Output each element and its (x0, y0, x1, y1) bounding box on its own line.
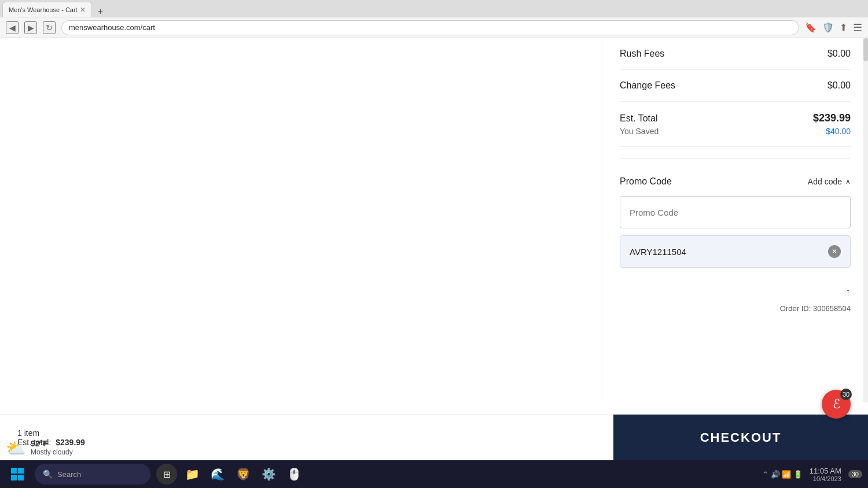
order-id: Order ID: 300658504 (620, 304, 851, 313)
saved-value: $40.00 (826, 127, 851, 136)
chevron-up-icon: ∧ (845, 178, 851, 186)
system-tray-icons: ⌃ 🔊 📶 🔋 (762, 470, 803, 479)
start-button[interactable] (6, 463, 29, 486)
taskbar-icon-settings[interactable]: ⚙️ (258, 464, 279, 485)
add-code-button[interactable]: Add code ∧ (808, 177, 851, 186)
new-tab-icon[interactable]: + (95, 6, 105, 17)
taskbar-icon-1[interactable]: ⊞ (156, 464, 177, 485)
bottom-bar: 1 item Est. total: $239.99 CHECKOUT (0, 414, 868, 460)
taskbar-search[interactable]: 🔍 Search (35, 464, 150, 485)
notification-count-badge: 30 (848, 470, 862, 478)
close-tab-icon[interactable]: ✕ (80, 6, 86, 14)
url-bar[interactable]: menswearhouse.com/cart (61, 20, 799, 35)
taskbar-time: 11:05 AM (810, 467, 841, 475)
cart-summary: 1 item Est. total: $239.99 (0, 428, 613, 447)
scroll-thumb[interactable] (863, 38, 868, 61)
cart-item-count: 1 item (17, 428, 596, 438)
divider (620, 158, 851, 159)
weather-widget: ⛅ 92°F Mostly cloudy (6, 439, 73, 458)
est-total-value: $239.99 (813, 112, 851, 124)
forward-button[interactable]: ▶ (24, 21, 37, 34)
taskbar-search-label: Search (57, 470, 81, 479)
svg-rect-3 (18, 475, 24, 480)
scroll-up-icon[interactable]: ↑ (845, 286, 851, 298)
svg-rect-1 (18, 468, 24, 474)
taskbar-date: 10/4/2023 (810, 475, 841, 482)
change-fees-row: Change Fees $0.00 (620, 70, 851, 102)
weather-condition: Mostly cloudy (31, 448, 73, 456)
left-content-area (0, 38, 602, 402)
rush-fees-value: $0.00 (827, 49, 851, 59)
taskbar-icon-mouse[interactable]: 🖱️ (284, 464, 304, 485)
promo-code-input[interactable] (620, 196, 851, 228)
active-tab-label: Men's Wearhouse - Cart (9, 6, 78, 13)
back-button[interactable]: ◀ (6, 21, 19, 34)
svg-rect-2 (11, 475, 17, 480)
change-fees-label: Change Fees (620, 80, 675, 91)
est-total-label: Est. Total (620, 113, 658, 124)
refresh-button[interactable]: ↻ (43, 21, 56, 34)
taskbar-clock: 11:05 AM 10/4/2023 (810, 467, 841, 482)
url-text: menswearhouse.com/cart (69, 23, 155, 32)
cart-sidebar: Rush Fees $0.00 Change Fees $0.00 Est. T… (602, 38, 868, 402)
change-fees-value: $0.00 (827, 80, 851, 91)
taskbar-icon-edge[interactable]: 🌊 (207, 464, 228, 485)
taskbar-icon-brave[interactable]: 🦁 (233, 464, 253, 485)
weather-icon: ⛅ (6, 439, 26, 458)
add-code-label: Add code (808, 177, 842, 186)
chat-icon: ℰ (833, 397, 840, 412)
taskbar: 🔍 Search ⊞ 📁 🌊 🦁 ⚙️ 🖱️ (0, 460, 868, 488)
svg-rect-0 (11, 468, 17, 474)
saved-label: You Saved (620, 127, 659, 136)
bookmark-icon[interactable]: 🔖 (805, 22, 816, 33)
remove-promo-button[interactable]: ✕ (828, 245, 841, 258)
extension-icon[interactable]: 🛡️ (822, 22, 834, 33)
share-icon[interactable]: ⬆ (840, 22, 847, 33)
promo-section: Promo Code Add code ∧ AVRY1211504 ✕ (620, 171, 851, 280)
rush-fees-row: Rush Fees $0.00 (620, 38, 851, 70)
weather-temp: 92°F (31, 439, 73, 448)
rush-fees-label: Rush Fees (620, 49, 664, 59)
checkout-label: CHECKOUT (700, 430, 782, 445)
windows-icon (10, 467, 24, 481)
taskbar-icons: ⊞ 📁 🌊 🦁 ⚙️ 🖱️ (156, 464, 304, 485)
taskbar-right: ⌃ 🔊 📶 🔋 11:05 AM 10/4/2023 30 (762, 467, 862, 482)
checkout-button[interactable]: CHECKOUT (613, 415, 868, 461)
total-section: Est. Total $239.99 You Saved $40.00 (620, 102, 851, 147)
cart-summary-total: Est. total: $239.99 (17, 438, 596, 447)
chat-widget-button[interactable]: ℰ 30 (822, 390, 851, 419)
applied-promo-row: AVRY1211504 ✕ (620, 235, 851, 268)
promo-code-title: Promo Code (620, 176, 672, 187)
menu-icon[interactable]: ☰ (853, 21, 862, 34)
taskbar-icon-files[interactable]: 📁 (182, 464, 203, 485)
scrollbar[interactable] (863, 38, 868, 402)
chat-badge: 30 (840, 389, 852, 400)
applied-promo-code: AVRY1211504 (630, 247, 686, 257)
search-icon: 🔍 (43, 469, 53, 479)
